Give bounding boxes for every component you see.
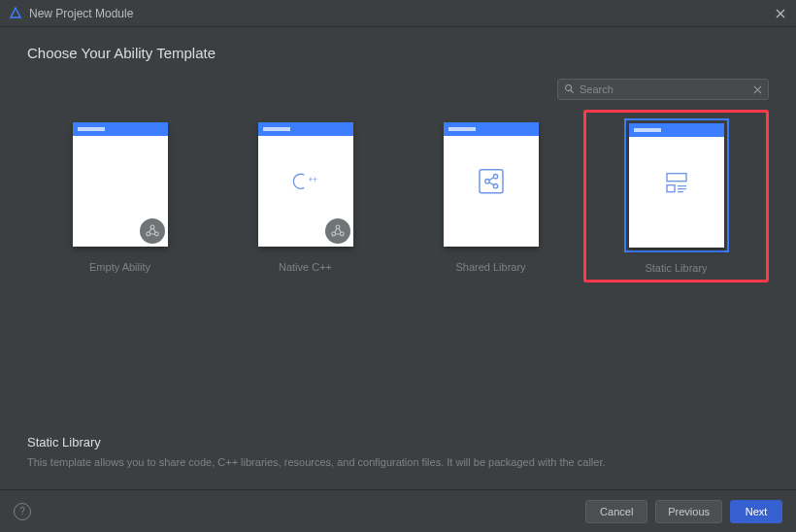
template-label: Native C++ — [279, 261, 332, 273]
template-empty-ability[interactable]: Empty Ability — [27, 110, 213, 283]
template-static-library[interactable]: Static Library — [583, 110, 769, 283]
module-badge-icon — [325, 218, 350, 244]
svg-point-6 — [331, 232, 335, 236]
window-title: New Project Module — [29, 7, 767, 20]
search-input[interactable] — [580, 83, 748, 95]
cpp-icon: ++ — [286, 169, 325, 198]
svg-rect-12 — [667, 174, 686, 182]
svg-point-5 — [336, 225, 340, 229]
app-icon — [8, 6, 23, 21]
close-icon[interactable] — [773, 6, 788, 21]
search-row — [27, 79, 769, 100]
svg-rect-13 — [667, 185, 675, 192]
clear-search-icon[interactable] — [753, 81, 762, 98]
share-icon — [477, 167, 506, 200]
template-label: Shared Library — [455, 261, 525, 273]
next-button[interactable]: Next — [730, 500, 782, 523]
description-block: Static Library This template allows you … — [27, 435, 769, 470]
svg-point-9 — [484, 179, 488, 183]
footer: ? Cancel Previous Next — [0, 489, 796, 532]
svg-point-1 — [150, 225, 154, 229]
template-shared-library[interactable]: Shared Library — [398, 110, 583, 283]
layout-icon — [662, 168, 691, 201]
svg-point-10 — [493, 174, 497, 178]
svg-point-3 — [154, 232, 158, 236]
template-label: Static Library — [645, 262, 707, 274]
module-badge-icon — [140, 218, 165, 244]
svg-rect-8 — [480, 170, 503, 193]
svg-point-11 — [493, 183, 497, 187]
help-icon[interactable]: ? — [14, 503, 31, 520]
search-icon — [564, 81, 575, 98]
svg-text:++: ++ — [308, 175, 317, 184]
template-native-cpp[interactable]: ++ Native C++ — [213, 110, 398, 283]
page-heading: Choose Your Ability Template — [27, 45, 769, 61]
cancel-button[interactable]: Cancel — [585, 500, 647, 523]
description-title: Static Library — [27, 435, 769, 449]
svg-point-7 — [340, 232, 344, 236]
svg-point-0 — [566, 85, 572, 91]
svg-point-2 — [146, 232, 149, 236]
previous-button[interactable]: Previous — [655, 500, 722, 523]
template-grid: Empty Ability ++ Native C++ — [27, 110, 769, 283]
description-text: This template allows you to share code, … — [27, 455, 769, 470]
content-area: Choose Your Ability Template Empt — [0, 27, 796, 283]
search-box[interactable] — [557, 79, 769, 100]
template-label: Empty Ability — [89, 261, 150, 273]
titlebar: New Project Module — [0, 0, 796, 27]
